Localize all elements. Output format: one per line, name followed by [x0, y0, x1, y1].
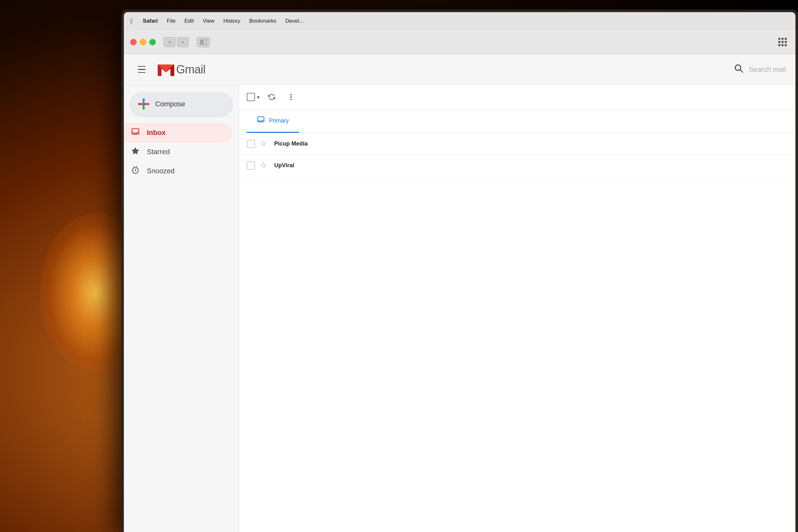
email-row[interactable]: ☆ UpViral — [239, 155, 795, 176]
gmail-tabs: Primary — [239, 110, 795, 133]
snoozed-icon — [130, 166, 140, 177]
gmail-m-logo — [158, 63, 174, 76]
sidebar-item-snoozed[interactable]: Snoozed — [124, 162, 232, 180]
email-list: ☆ Picup Media ☆ UpViral — [239, 133, 795, 532]
email-checkbox[interactable] — [247, 140, 255, 148]
sidebar-item-inbox[interactable]: Inbox — [124, 123, 232, 142]
compose-plus-icon — [138, 98, 149, 110]
star-icon — [130, 147, 140, 157]
sidebar-item-starred[interactable]: Starred — [124, 142, 232, 162]
email-sender: Picup Media — [274, 140, 344, 147]
svg-line-8 — [133, 166, 134, 167]
menubar-devel[interactable]: Devel... — [285, 18, 304, 24]
gmail-search-area: Search mail — [734, 63, 786, 76]
menubar-bookmarks[interactable]: Bookmarks — [249, 18, 277, 24]
gmail-header: Gmail Search mail — [124, 54, 795, 85]
email-sender: UpViral — [274, 162, 344, 169]
menubar-safari[interactable]: Safari — [143, 18, 158, 24]
gmail-sidebar: Compose Inbox — [124, 85, 239, 532]
tab-primary[interactable]: Primary — [247, 110, 299, 133]
laptop-frame:  Safari File Edit View History Bookmark… — [121, 10, 798, 532]
forward-button[interactable]: › — [177, 37, 189, 47]
refresh-button[interactable] — [265, 90, 279, 104]
inbox-label: Inbox — [147, 129, 166, 137]
hamburger-icon — [138, 72, 146, 73]
menubar-edit[interactable]: Edit — [185, 18, 194, 24]
hamburger-icon — [138, 66, 146, 67]
svg-point-3 — [735, 65, 741, 70]
select-all-checkbox[interactable] — [247, 93, 255, 101]
forward-icon: › — [182, 39, 184, 45]
sidebar-toggle-button[interactable] — [197, 37, 210, 47]
menubar-view[interactable]: View — [203, 18, 214, 24]
back-button[interactable]: ‹ — [164, 37, 175, 47]
email-checkbox[interactable] — [247, 162, 255, 170]
svg-point-10 — [290, 94, 292, 95]
browser-content: Gmail Search mail — [124, 54, 795, 532]
menubar-history[interactable]: History — [224, 18, 240, 24]
svg-rect-0 — [200, 40, 202, 45]
svg-point-12 — [290, 99, 292, 100]
apple-menu-icon[interactable]:  — [130, 18, 132, 25]
primary-tab-label: Primary — [269, 117, 289, 124]
grid-icon-button[interactable] — [776, 37, 789, 47]
macos-menubar:  Safari File Edit View History Bookmark… — [124, 12, 795, 30]
gmail-main: Compose Inbox — [124, 85, 795, 532]
svg-line-9 — [137, 166, 137, 167]
close-button[interactable] — [130, 39, 137, 45]
browser-toolbar: ‹ › — [124, 30, 795, 54]
email-row[interactable]: ☆ Picup Media — [239, 133, 795, 155]
primary-tab-icon — [257, 116, 265, 126]
grid-icon — [778, 38, 787, 46]
nav-buttons: ‹ › — [164, 37, 189, 47]
svg-rect-1 — [203, 40, 207, 45]
gmail-toolbar: ▾ — [239, 85, 795, 110]
star-icon[interactable]: ☆ — [260, 139, 269, 148]
menubar-file[interactable]: File — [167, 18, 175, 24]
snoozed-label: Snoozed — [147, 167, 175, 175]
gmail-content-area: ▾ — [239, 85, 795, 532]
svg-line-4 — [740, 70, 743, 73]
maximize-button[interactable] — [149, 39, 156, 45]
gmail-text-label: Gmail — [176, 63, 206, 76]
inbox-icon — [130, 128, 140, 138]
svg-point-11 — [290, 96, 292, 98]
star-icon[interactable]: ☆ — [260, 161, 269, 170]
minimize-button[interactable] — [140, 39, 146, 45]
starred-label: Starred — [147, 148, 170, 156]
hamburger-button[interactable] — [133, 61, 150, 78]
svg-marker-6 — [132, 148, 139, 154]
select-dropdown-button[interactable]: ▾ — [257, 94, 260, 100]
gmail-logo: Gmail — [158, 63, 206, 76]
more-options-button[interactable] — [284, 90, 298, 104]
compose-button[interactable]: Compose — [130, 93, 232, 116]
hamburger-icon — [138, 69, 146, 70]
search-icon — [734, 63, 744, 76]
search-input-placeholder[interactable]: Search mail — [749, 65, 786, 74]
traffic-lights — [130, 39, 156, 45]
sidebar-icon — [200, 40, 207, 45]
screen-bezel:  Safari File Edit View History Bookmark… — [124, 12, 795, 532]
compose-label: Compose — [155, 100, 185, 108]
back-icon: ‹ — [169, 39, 170, 45]
